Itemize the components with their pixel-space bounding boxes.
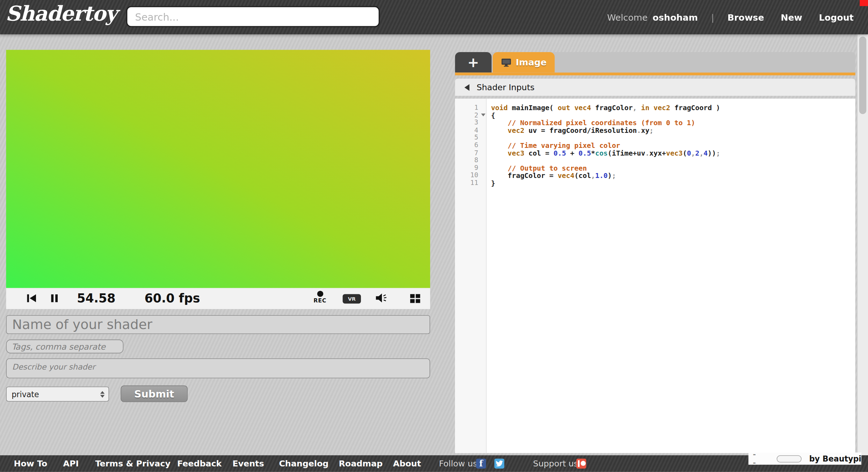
scrollbar-thumb[interactable] (859, 37, 867, 114)
footer: How To API Terms & Privacy Feedback Even… (0, 455, 868, 472)
nav-logout[interactable]: Logout (819, 12, 854, 22)
shadertoy-logo[interactable]: Shadertoy (6, 1, 117, 26)
rewind-button[interactable] (26, 294, 37, 303)
add-tab-button[interactable]: + (455, 52, 492, 73)
nav-divider: | (711, 12, 714, 22)
tab-image[interactable]: Image (493, 52, 555, 73)
code-line: 7 vec3 col = 0.5 + 0.5*cos(iTime+uv.xyx+… (455, 149, 855, 156)
pause-button[interactable] (50, 294, 59, 303)
patreon-icon[interactable] (576, 459, 586, 469)
select-arrows-icon (99, 391, 109, 398)
nav-browse[interactable]: Browse (728, 12, 764, 22)
credit-link[interactable]: by Beautypi (809, 454, 861, 463)
rec-button[interactable]: REC (308, 290, 332, 304)
footer-link-roadmap[interactable]: Roadmap (339, 455, 383, 472)
plus-icon: + (468, 54, 479, 70)
code-line: 2{ (455, 111, 855, 119)
char-count: -- (753, 450, 758, 467)
speaker-icon (375, 293, 388, 303)
submit-button[interactable]: Submit (121, 386, 188, 402)
shader-inputs-header[interactable]: Shader Inputs (455, 79, 855, 96)
visibility-select[interactable]: private (6, 387, 109, 402)
accent-bar (455, 73, 855, 76)
footer-link-how-to[interactable]: How To (14, 455, 48, 472)
code-line: 10 fragColor = vec4(col,1.0); (455, 171, 855, 179)
username-link[interactable]: oshoham (653, 12, 698, 22)
rewind-icon (26, 294, 37, 303)
footer-link-api[interactable]: API (63, 455, 79, 472)
volume-button[interactable] (375, 293, 388, 303)
code-line: 3 // Normalized pixel coordinates (from … (455, 119, 855, 126)
footer-link-terms[interactable]: Terms & Privacy (95, 455, 170, 472)
scrollbar (857, 34, 868, 455)
page: Shadertoy Welcome oshoham | Browse New L… (0, 0, 868, 472)
header: Shadertoy Welcome oshoham | Browse New L… (0, 0, 868, 34)
monitor-icon (501, 58, 511, 67)
fullscreen-icon (410, 294, 415, 298)
rec-label: REC (308, 298, 332, 303)
code-editor[interactable]: 1void mainImage( out vec4 fragColor, in … (455, 99, 855, 453)
collapse-triangle-icon (464, 84, 469, 91)
footer-link-about[interactable]: About (393, 455, 421, 472)
code-lines: 1void mainImage( out vec4 fragColor, in … (455, 99, 855, 186)
player-bar: 54.58 60.0 fps REC VR (6, 288, 430, 309)
footer-link-changelog[interactable]: Changelog (279, 455, 328, 472)
status-pill (776, 455, 801, 462)
image-tab-label: Image (516, 57, 547, 67)
code-line: 11} (455, 179, 855, 187)
search-input[interactable] (126, 6, 380, 27)
user-nav: Welcome oshoham | Browse New Logout (607, 0, 853, 34)
record-indicator (860, 0, 868, 6)
code-line: 8 (455, 156, 855, 164)
code-line: 9 // Output to screen (455, 164, 855, 172)
rec-dot-icon (317, 291, 323, 297)
footer-link-feedback[interactable]: Feedback (177, 455, 222, 472)
code-line: 5 (455, 134, 855, 141)
shader-inputs-label: Shader Inputs (477, 82, 535, 92)
twitter-icon[interactable] (494, 459, 505, 469)
visibility-value: private (7, 389, 99, 398)
tags-input[interactable] (6, 339, 123, 353)
footer-link-events[interactable]: Events (232, 455, 264, 472)
time-display: 54.58 (77, 291, 115, 305)
fullscreen-button[interactable] (410, 294, 421, 303)
fold-marker-icon[interactable] (481, 113, 486, 116)
fps-display: 60.0 fps (144, 291, 200, 305)
shader-canvas[interactable] (6, 50, 430, 288)
follow-us-label: Follow us (439, 455, 477, 472)
shader-name-input[interactable] (6, 315, 430, 334)
vr-label: VR (348, 296, 356, 302)
pause-icon (50, 294, 59, 303)
description-input[interactable] (6, 358, 430, 378)
support-us-label: Support us (533, 455, 578, 472)
vr-button[interactable]: VR (343, 294, 361, 303)
code-line: 4 vec2 uv = fragCoord/iResolution.xy; (455, 126, 855, 134)
status-bar: -- by Beautypi (748, 452, 861, 465)
nav-new[interactable]: New (781, 12, 802, 22)
facebook-icon[interactable]: f (476, 459, 486, 469)
welcome-label: Welcome (607, 12, 648, 22)
code-line: 1void mainImage( out vec4 fragColor, in … (455, 103, 855, 111)
code-line: 6 // Time varying pixel color (455, 141, 855, 149)
